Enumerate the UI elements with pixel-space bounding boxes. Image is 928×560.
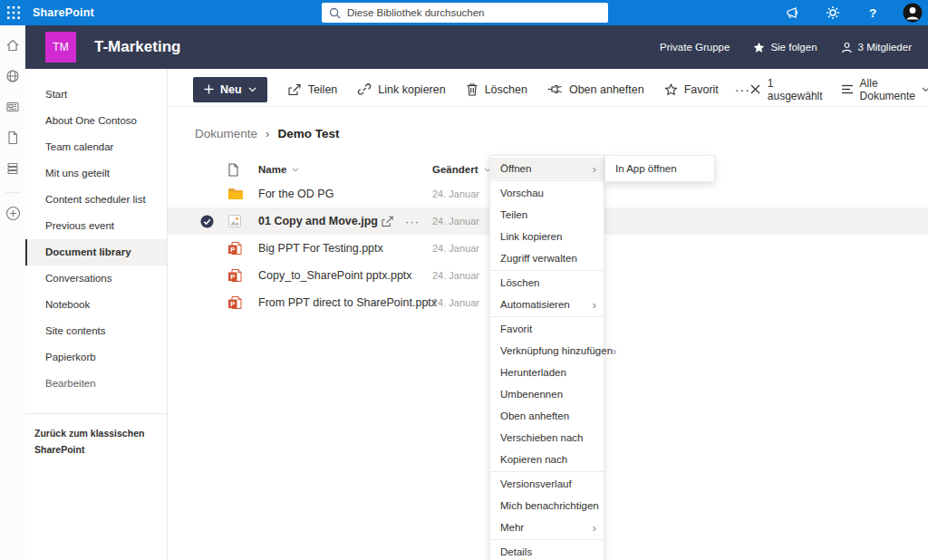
favorite-label: Favorit (684, 83, 719, 96)
image-file-icon (227, 214, 242, 228)
home-icon[interactable] (4, 36, 22, 54)
share-icon[interactable] (381, 215, 394, 227)
command-bar-right: 1 ausgewählt Alle Dokumente (750, 77, 928, 102)
share-label: Teilen (308, 83, 338, 96)
menu-item-oben-anheften[interactable]: Oben anheften (490, 405, 604, 427)
submenu-item-in-app-oeffnen[interactable]: In App öffnen (605, 158, 714, 179)
menu-item-details[interactable]: Details (490, 541, 604, 560)
app-launcher-waffle-icon[interactable] (0, 0, 27, 25)
breadcrumb-root[interactable]: Dokumente (195, 127, 257, 140)
document-icon[interactable] (4, 129, 22, 147)
site-logo[interactable]: TM (45, 32, 76, 63)
sidebar-item-bearbeiten[interactable]: Bearbeiten (25, 371, 167, 397)
sidebar-item-document-library[interactable]: Document library (25, 239, 167, 266)
follow-button[interactable]: Sie folgen (753, 42, 817, 53)
sidebar-item-site-contents[interactable]: Site contents (25, 318, 167, 344)
pin-to-top-button[interactable]: Oben anheften (547, 83, 644, 96)
row-ellipsis-icon[interactable]: ··· (405, 215, 420, 228)
chevron-down-icon (292, 168, 299, 172)
breadcrumb-separator-icon: › (266, 127, 269, 140)
menu-item-zugriff-verwalten[interactable]: Zugriff verwalten (490, 247, 604, 269)
selected-check-icon[interactable] (200, 215, 214, 228)
menu-item-kopieren-nach[interactable]: Kopieren nach (490, 449, 604, 470)
search-box[interactable] (322, 3, 608, 23)
megaphone-icon[interactable] (783, 3, 803, 23)
help-icon[interactable]: ? (863, 3, 883, 23)
menu-item-mehr[interactable]: Mehr › (490, 517, 604, 538)
chevron-right-icon: › (593, 522, 596, 534)
file-name[interactable]: 01 Copy and Move.jpg (258, 215, 381, 227)
sidebar-item-start[interactable]: Start (25, 82, 167, 108)
sidebar-item-team-calendar[interactable]: Team calendar (25, 134, 167, 160)
menu-item-vorschau[interactable]: Vorschau (490, 182, 604, 204)
file-type-column-icon[interactable] (227, 163, 239, 177)
file-name[interactable]: Big PPT For Testing.pptx (258, 242, 381, 255)
chevron-right-icon: › (613, 345, 616, 357)
file-name[interactable]: Copy_to_SharePoint pptx.pptx (258, 269, 381, 282)
menu-item-mich-benachrichtigen[interactable]: Mich benachrichtigen (490, 495, 604, 517)
sidebar-item-about-one-contoso[interactable]: About One Contoso (25, 108, 167, 134)
members-button[interactable]: 3 Mitglieder (841, 42, 912, 53)
menu-item-umbenennen[interactable]: Umbenennen (490, 383, 604, 405)
clear-selection-button[interactable]: 1 ausgewählt (750, 77, 823, 102)
menu-divider (490, 471, 604, 472)
more-commands-ellipsis-icon[interactable]: ··· (735, 82, 750, 97)
file-name[interactable]: From PPT direct to SharePoint.pptx (258, 296, 381, 309)
menu-divider (490, 539, 604, 540)
view-selector[interactable]: Alle Dokumente (841, 77, 928, 102)
chevron-down-icon (922, 87, 928, 92)
menu-item-verknuepfung-hinzufuegen[interactable]: Verknüpfung hinzufügen › (490, 340, 604, 362)
search-icon (329, 7, 341, 19)
menu-item-automatisieren[interactable]: Automatisieren › (490, 294, 604, 315)
create-site-plus-icon[interactable] (4, 204, 22, 222)
classic-sharepoint-link[interactable]: Zurück zum klassischen SharePoint (34, 428, 144, 455)
svg-text:P: P (230, 246, 235, 254)
share-icon (287, 82, 302, 96)
avatar[interactable] (903, 3, 923, 23)
copy-link-button[interactable]: Link kopieren (357, 82, 445, 96)
sidebar-item-notebook[interactable]: Notebook (25, 292, 167, 318)
svg-text:P: P (230, 300, 235, 308)
search-input[interactable] (347, 7, 601, 18)
menu-item-favorit[interactable]: Favorit (490, 318, 604, 340)
menu-divider (490, 180, 604, 181)
menu-item-verschieben-nach[interactable]: Verschieben nach (490, 427, 604, 449)
share-button[interactable]: Teilen (287, 82, 338, 96)
news-icon[interactable] (4, 98, 22, 116)
column-header-name[interactable]: Name (258, 164, 381, 175)
menu-item-teilen[interactable]: Teilen (490, 204, 604, 226)
sidebar-item-conversations[interactable]: Conversations (25, 266, 167, 292)
breadcrumb-current[interactable]: Demo Test (277, 127, 339, 140)
menu-item-herunterladen[interactable]: Herunterladen (490, 362, 604, 383)
trash-icon (466, 82, 478, 96)
menu-item-link-kopieren[interactable]: Link kopieren (490, 226, 604, 247)
delete-button[interactable]: Löschen (466, 82, 527, 96)
view-list-icon (841, 84, 854, 94)
new-button[interactable]: Neu (193, 77, 267, 102)
gear-icon[interactable] (823, 3, 843, 23)
globe-icon[interactable] (4, 67, 22, 85)
copy-link-label: Link kopieren (378, 83, 445, 96)
menu-item-loeschen[interactable]: Löschen (490, 272, 604, 294)
plus-icon (204, 84, 214, 94)
file-name[interactable]: For the OD PG (258, 188, 381, 200)
app-name[interactable]: SharePoint (33, 6, 94, 19)
sidebar-item-previous-event[interactable]: Previous event (25, 213, 167, 239)
powerpoint-file-icon: P (227, 241, 243, 256)
menu-item-oeffnen[interactable]: Öffnen › (490, 158, 604, 179)
favorite-button[interactable]: Favorit (664, 83, 719, 96)
nav-footer: Zurück zum klassischen SharePoint (25, 413, 167, 457)
left-nav: Start About One Contoso Team calendar Mi… (25, 69, 168, 560)
pin-icon (547, 83, 563, 95)
breadcrumb: Dokumente › Demo Test (195, 127, 928, 140)
sidebar-item-content-scheduler-list[interactable]: Content scheduler list (25, 187, 167, 213)
library-stack-icon[interactable] (4, 159, 22, 178)
chevron-right-icon: › (593, 163, 596, 175)
sidebar-item-mit-uns-geteilt[interactable]: Mit uns geteilt (25, 160, 167, 187)
delete-label: Löschen (485, 83, 527, 96)
sidebar-item-papierkorb[interactable]: Papierkorb (25, 344, 167, 371)
menu-item-versionsverlauf[interactable]: Versionsverlauf (490, 473, 604, 495)
suite-bar: SharePoint ? (0, 0, 928, 25)
rail-divider (5, 192, 20, 193)
command-bar: Neu Teilen Link kopieren (168, 72, 928, 107)
